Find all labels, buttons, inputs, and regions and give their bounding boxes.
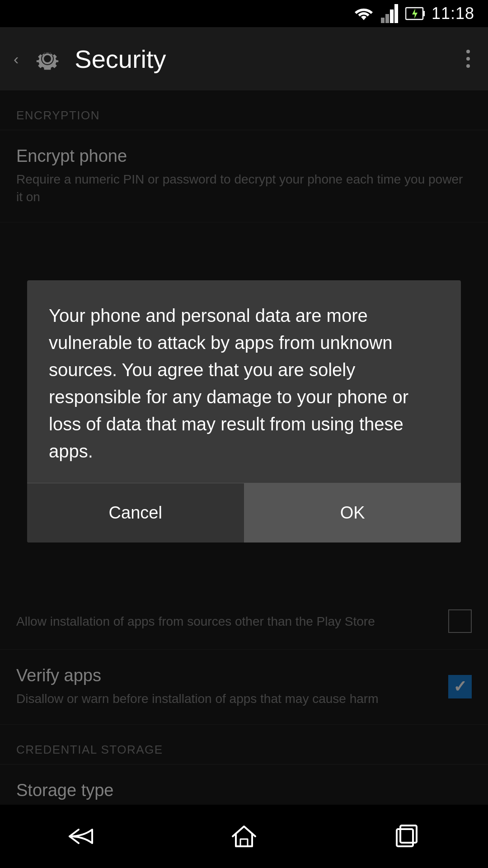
app-bar-left: ‹ Security — [14, 42, 166, 75]
svg-rect-8 — [397, 829, 413, 846]
svg-rect-9 — [400, 826, 417, 843]
dialog-content: Your phone and personal data are more vu… — [27, 280, 461, 483]
svg-rect-0 — [381, 18, 385, 23]
status-bar: 11:18 — [0, 0, 488, 27]
ok-button[interactable]: OK — [244, 483, 461, 542]
svg-rect-1 — [385, 14, 389, 23]
page-title: Security — [75, 44, 166, 74]
back-nav-icon — [65, 825, 98, 848]
svg-marker-6 — [412, 9, 418, 19]
svg-rect-2 — [390, 9, 394, 23]
recents-nav-icon — [393, 823, 420, 850]
overflow-menu-button[interactable] — [462, 45, 474, 72]
app-bar: ‹ Security — [0, 27, 488, 90]
status-icons: 11:18 — [353, 4, 474, 23]
back-chevron-icon: ‹ — [14, 50, 19, 68]
dialog-message: Your phone and personal data are more vu… — [49, 302, 439, 465]
cancel-button[interactable]: Cancel — [27, 483, 244, 542]
security-warning-dialog: Your phone and personal data are more vu… — [27, 280, 461, 542]
battery-icon — [405, 5, 425, 22]
wifi-icon — [353, 5, 375, 22]
home-nav-icon — [230, 823, 258, 850]
svg-rect-7 — [240, 839, 248, 846]
svg-rect-3 — [394, 4, 398, 23]
gear-icon — [31, 42, 64, 75]
status-time: 11:18 — [432, 4, 474, 23]
settings-content: ENCRYPTION Encrypt phone Require a numer… — [0, 90, 488, 821]
signal-icon — [381, 4, 399, 23]
overflow-dot-1 — [466, 50, 470, 53]
svg-rect-5 — [423, 11, 425, 16]
overflow-dot-2 — [466, 57, 470, 61]
dialog-buttons: Cancel OK — [27, 483, 461, 542]
overflow-dot-3 — [466, 64, 470, 68]
